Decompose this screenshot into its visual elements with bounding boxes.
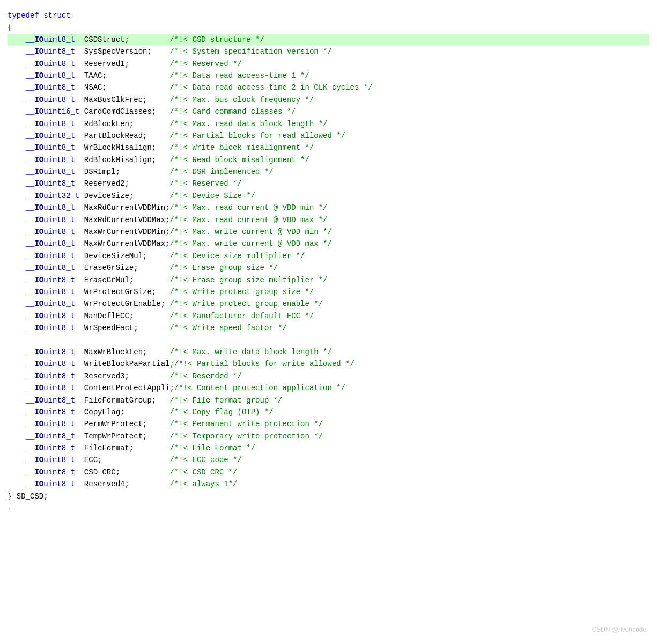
type: uint8_t: [43, 238, 79, 250]
modifier: __IO: [26, 70, 44, 82]
code-row: __IO uint8_t PartBlockRead; /*!< Partial…: [8, 130, 649, 142]
typedef-keyword: typedef struct: [8, 10, 71, 21]
modifier: __IO: [26, 382, 44, 394]
field: ManDeflECC;: [79, 310, 169, 322]
type: uint8_t: [43, 406, 79, 418]
modifier: __IO: [26, 82, 44, 93]
code-row: __IO uint32_t DeviceSize; /*!< Device Si…: [8, 190, 649, 202]
comment: /*!< Erase group size multiplier */: [169, 274, 327, 286]
code-row: __IO uint8_t MaxBusClkFrec; /*!< Max. bu…: [8, 94, 649, 106]
field: WrProtectGrSize;: [79, 286, 169, 298]
modifier: __IO: [26, 34, 44, 46]
field: DeviceSize;: [79, 190, 169, 202]
modifier: __IO: [26, 226, 44, 238]
comment: /*!< Reserved */: [169, 178, 241, 189]
type: uint8_t: [43, 178, 79, 189]
field: EraseGrSize;: [79, 262, 169, 274]
code-row: __IO uint8_t RdBlockMisalign; /*!< Read …: [8, 154, 649, 166]
code-row: __IO uint8_t DeviceSizeMul; /*!< Device …: [8, 250, 649, 262]
modifier: __IO: [26, 190, 44, 202]
code-row: __IO uint8_t CSD_CRC; /*!< CSD CRC */: [8, 466, 649, 478]
blank-line: [8, 334, 649, 346]
modifier: __IO: [26, 262, 44, 274]
footer: ·: [8, 504, 649, 514]
type: uint8_t: [43, 142, 79, 153]
modifier: __IO: [26, 106, 44, 118]
type: uint8_t: [43, 370, 79, 382]
open-brace: {: [8, 21, 12, 33]
code-row: __IO uint8_t SysSpecVersion; /*!< System…: [8, 46, 649, 57]
modifier: __IO: [26, 370, 44, 382]
type: uint8_t: [43, 418, 79, 430]
close-brace: } SD_CSD;: [8, 491, 48, 502]
code-row: __IO uint8_t MaxRdCurrentVDDMin;/*!< Max…: [8, 202, 649, 214]
code-row: __IO uint8_t WrBlockMisalign; /*!< Write…: [8, 142, 649, 153]
type: uint8_t: [43, 82, 79, 93]
type: uint8_t: [43, 310, 79, 322]
field: CSD_CRC;: [79, 466, 169, 478]
code-row: __IO uint8_t MaxWrCurrentVDDMin;/*!< Max…: [8, 226, 649, 238]
field: WrBlockMisalign;: [79, 142, 169, 153]
modifier: __IO: [26, 430, 44, 442]
comment: /*!< File format group */: [169, 394, 282, 406]
code-row: __IO uint8_t ECC; /*!< ECC code */: [8, 454, 649, 466]
code-row: __IO uint8_t FileFormat; /*!< File Forma…: [8, 442, 649, 454]
field: SysSpecVersion;: [79, 46, 169, 57]
field: RdBlockLen;: [79, 118, 169, 130]
comment: /*!< Content protection application */: [174, 382, 345, 394]
type: uint8_t: [43, 274, 79, 286]
field: MaxRdCurrentVDDMin;: [79, 202, 169, 214]
comment: /*!< Reserved */: [169, 58, 241, 70]
modifier: __IO: [26, 154, 44, 166]
type: uint32_t: [43, 190, 79, 202]
field: NSAC;: [79, 82, 169, 93]
type: uint16_t: [43, 106, 79, 118]
comment: /*!< Write protect group enable */: [169, 298, 323, 310]
type: uint8_t: [43, 46, 79, 57]
code-row: __IO uint8_t EraseGrSize; /*!< Erase gro…: [8, 262, 649, 274]
field: RdBlockMisalign;: [79, 154, 169, 166]
comment: /*!< Write speed factor */: [169, 322, 286, 334]
code-row: __IO uint8_t FileFormatGroup; /*!< File …: [8, 394, 649, 406]
comment: /*!< Permanent write protection */: [169, 418, 323, 430]
code-row: __IO uint8_t Reserved4; /*!< always 1*/: [8, 478, 649, 490]
field: DSRImpl;: [79, 166, 169, 178]
code-row: __IO uint8_t MaxWrBlockLen; /*!< Max. wr…: [8, 346, 649, 358]
typedef-line: typedef struct: [8, 10, 649, 21]
code-row: __IO uint8_t CSDStruct; /*!< CSD structu…: [8, 34, 649, 46]
code-row: __IO uint8_t MaxWrCurrentVDDMax;/*!< Max…: [8, 238, 649, 250]
code-row: __IO uint16_t CardComdClasses; /*!< Card…: [8, 106, 649, 118]
modifier: __IO: [26, 178, 44, 189]
code-row: __IO uint8_t RdBlockLen; /*!< Max. read …: [8, 118, 649, 130]
field: CopyFlag;: [79, 406, 169, 418]
comment: /*!< Partial blocks for write allowed */: [174, 358, 355, 370]
comment: /*!< Device Size */: [169, 190, 255, 202]
code-row: __IO uint8_t DSRImpl; /*!< DSR implement…: [8, 166, 649, 178]
comment: /*!< Partial blocks for read allowed */: [169, 130, 345, 142]
type: uint8_t: [43, 358, 79, 370]
modifier: __IO: [26, 166, 44, 178]
modifier: __IO: [26, 202, 44, 214]
code-row: __IO uint8_t WrProtectGrEnable; /*!< Wri…: [8, 298, 649, 310]
comment: /*!< Device size multiplier */: [169, 250, 305, 262]
field: FileFormat;: [79, 442, 169, 454]
type: uint8_t: [43, 250, 79, 262]
modifier: __IO: [26, 358, 44, 370]
field: MaxBusClkFrec;: [79, 94, 169, 106]
code-row: __IO uint8_t Reserved1; /*!< Reserved */: [8, 58, 649, 70]
open-brace-line: {: [8, 21, 649, 33]
code-row: __IO uint8_t WriteBlockPaPartial;/*!< Pa…: [8, 358, 649, 370]
field: MaxWrBlockLen;: [79, 346, 169, 358]
modifier: __IO: [26, 322, 44, 334]
field: MaxWrCurrentVDDMax;: [79, 238, 169, 250]
field: EraseGrMul;: [79, 274, 169, 286]
comment: /*!< ECC code */: [169, 454, 241, 466]
type: uint8_t: [43, 226, 79, 238]
modifier: __IO: [26, 238, 44, 250]
type: uint8_t: [43, 394, 79, 406]
field: MaxWrCurrentVDDMin;: [79, 226, 169, 238]
type: uint8_t: [43, 382, 79, 394]
modifier: __IO: [26, 274, 44, 286]
comment: /*!< always 1*/: [169, 478, 237, 490]
modifier: __IO: [26, 46, 44, 57]
